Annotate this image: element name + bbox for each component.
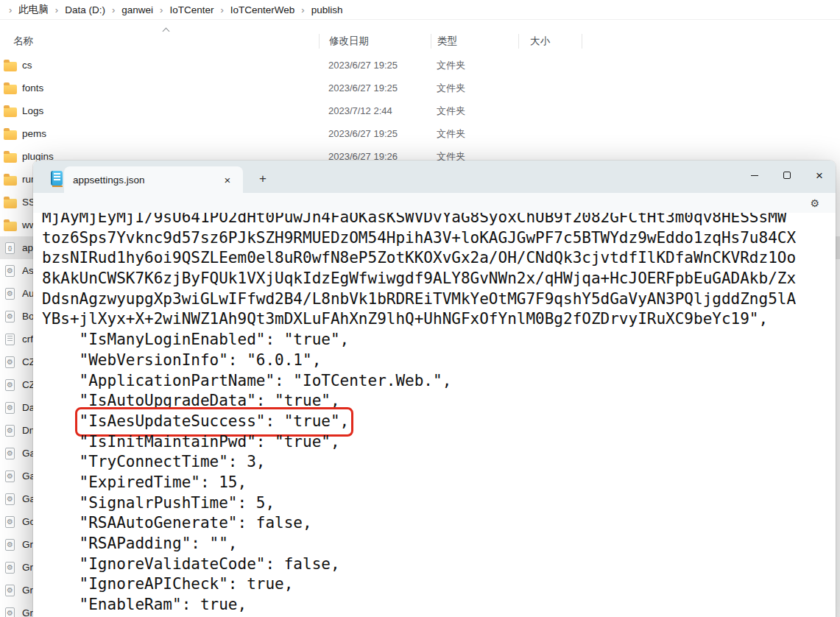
file-icon: [5, 585, 15, 596]
code-line-text: toz6Sps7Yvknc9d57sz6PJkSZH9RMUEDzOM54Hpi…: [42, 228, 796, 249]
file-type: 文件夹: [431, 59, 518, 72]
code-line: "SignalrPushTime": 5,: [42, 493, 836, 514]
menu-item[interactable]: [35, 193, 56, 213]
file-name: Logs: [22, 105, 319, 116]
file-icon: [5, 516, 15, 528]
file-row[interactable]: pems 2023/6/27 19:25 文件夹: [0, 122, 840, 145]
column-headers: 名称 修改日期 类型 大小: [0, 32, 840, 50]
code-line: 8kAkUnCWSK7K6zjByFQUk1VXjUqkIdzEgWfwiwgd…: [42, 269, 836, 289]
breadcrumb: › 此电脑 › Data (D:) › ganwei › IoTCenter ›…: [0, 0, 840, 20]
code-line: "IsManyLoginEnabled": "true",: [42, 330, 836, 350]
code-line-text: "IgnoreValidateCode": false,: [80, 554, 340, 575]
close-button[interactable]: ×: [803, 161, 836, 190]
file-date-modified: 2023/6/27 19:25: [319, 60, 431, 71]
file-row[interactable]: cs 2023/6/27 19:25 文件夹: [0, 54, 840, 77]
file-icon: [4, 222, 17, 231]
menu-item[interactable]: [58, 193, 79, 213]
code-line: "IgnoreValidateCode": false,: [42, 554, 836, 575]
file-icon: [4, 153, 17, 163]
file-icon: [4, 199, 17, 208]
code-line: toz6Sps7Yvknc9d57sz6PJkSZH9RMUEDzOM54Hpi…: [42, 228, 836, 249]
code-line-text: DdsnAgzwyupgXp3wiGLwIFfwd2B4/L8nbVk1bRDR…: [42, 289, 796, 310]
file-icon: [5, 607, 15, 617]
tab-appsettings-json[interactable]: appsettings.json ×: [64, 166, 243, 193]
close-icon: ×: [816, 169, 823, 182]
settings-gear-icon[interactable]: ⚙: [810, 193, 819, 213]
file-icon: [5, 539, 15, 551]
code-line: "IsAesUpdateSuccess": "true",: [42, 412, 836, 432]
code-line-text: MjAyMjEyMjI/9sU641PO2dHt0PuwJn4FaOKasKSW…: [42, 213, 786, 228]
code-line: "WebVersionInfo": "6.0.1",: [42, 350, 836, 371]
notepad-app-icon: [51, 171, 63, 186]
code-line: YBs+jlXyx+X+2wiNWZ1Ah9Qt3mDXLuFAhXnZ9lhQ…: [42, 309, 836, 330]
notepad-titlebar[interactable]: appsettings.json × + ×: [33, 161, 836, 193]
code-line: DdsnAgzwyupgXp3wiGLwIFfwd2B4/L8nbVk1bRDR…: [42, 289, 836, 310]
code-line: MjAyMjEyMjI/9sU641PO2dHt0PuwJn4FaOKasKSW…: [42, 213, 836, 228]
chevron-right-icon: ›: [112, 5, 115, 15]
file-icon: [5, 265, 15, 277]
file-icon: [5, 562, 15, 574]
tab-close-icon[interactable]: ×: [219, 172, 236, 188]
notepad-window: appsettings.json × + × ⚙ MjAyMjEyMjI/9sU…: [33, 161, 836, 617]
breadcrumb-item[interactable]: IoTCenterWeb: [230, 4, 295, 15]
file-icon: [4, 107, 17, 117]
code-line-text: "RSAPadding": "",: [80, 534, 238, 554]
code-line-text: "IsManyLoginEnabled": "true",: [80, 330, 350, 350]
code-line-text: "IgnoreAPICheck": true,: [80, 574, 294, 595]
code-line-text: "IsAutoUpgradeData": "true",: [80, 391, 340, 412]
code-line-text: 8kAkUnCWSK7K6zjByFQUk1VXjUqkIdzEgWfwiwgd…: [42, 269, 796, 289]
breadcrumb-item[interactable]: IoTCenter: [169, 4, 213, 15]
code-line-text: "TryConnectTime": 3,: [80, 452, 266, 473]
file-icon: [5, 402, 15, 414]
code-line: "TryConnectTime": 3,: [42, 452, 836, 473]
code-line: "RSAAutoGenerate": false,: [42, 513, 836, 534]
code-line: bzsNIRud1hy6oi9QSZLEem0el8uR0wfN8eP5ZotK…: [42, 248, 836, 269]
code-line-text: "ExpiredTime": 15,: [80, 473, 247, 493]
file-icon: [4, 176, 17, 186]
notepad-menubar: ⚙: [33, 193, 836, 213]
file-icon: [5, 425, 15, 437]
menu-item[interactable]: [81, 193, 102, 213]
code-line-text: "SignalrPushTime": 5,: [80, 493, 275, 514]
code-line: "ApplicationPartName": "IoTCenter.Web.",: [42, 371, 836, 392]
chevron-right-icon: ›: [55, 5, 58, 15]
breadcrumb-item[interactable]: 此电脑: [18, 3, 49, 16]
file-type: 文件夹: [431, 127, 518, 141]
chevron-right-icon: ›: [9, 5, 12, 15]
new-tab-button[interactable]: +: [252, 168, 274, 190]
breadcrumb-item[interactable]: publish: [311, 4, 343, 15]
column-header-name[interactable]: 名称: [0, 32, 319, 50]
file-icon: [5, 311, 15, 322]
json-document: MjAyMjEyMjI/9sU641PO2dHt0PuwJn4FaOKasKSW…: [42, 213, 836, 616]
minimize-button[interactable]: [738, 161, 771, 190]
code-line: "IgnoreAPICheck": true,: [42, 574, 836, 595]
code-line-text: "RSAAutoGenerate": false,: [80, 513, 312, 534]
file-icon: [5, 242, 15, 254]
tab-title: appsettings.json: [73, 174, 219, 186]
column-header-type[interactable]: 类型: [431, 32, 518, 50]
file-icon: [5, 470, 15, 482]
file-name: pems: [22, 128, 319, 139]
code-line-text: "IsInitMaintainPwd": "true",: [80, 432, 340, 453]
chevron-right-icon: ›: [160, 5, 163, 15]
file-row[interactable]: Logs 2023/7/12 2:44 文件夹: [0, 99, 840, 122]
chevron-right-icon: ›: [301, 5, 304, 15]
file-type: 文件夹: [431, 105, 518, 118]
chevron-right-icon: ›: [220, 5, 223, 15]
code-line-text: "IsAesUpdateSuccess": "true",: [80, 412, 350, 432]
file-date-modified: 2023/7/12 2:44: [319, 105, 431, 116]
file-icon: [5, 288, 15, 300]
code-line-text: "WebVersionInfo": "6.0.1",: [80, 350, 322, 371]
breadcrumb-item[interactable]: Data (D:): [65, 4, 105, 15]
column-divider[interactable]: [582, 34, 582, 49]
file-row[interactable]: fonts 2023/6/27 19:25 文件夹: [0, 77, 840, 99]
maximize-button[interactable]: [771, 161, 803, 190]
file-type: 文件夹: [431, 82, 518, 95]
code-line: "IsAutoUpgradeData": "true",: [42, 391, 836, 412]
code-line: "IsInitMaintainPwd": "true",: [42, 432, 836, 453]
file-icon: [5, 379, 15, 391]
notepad-text-area[interactable]: MjAyMjEyMjI/9sU641PO2dHt0PuwJn4FaOKasKSW…: [33, 213, 836, 617]
column-header-size[interactable]: 大小: [519, 32, 582, 50]
breadcrumb-item[interactable]: ganwei: [121, 4, 153, 15]
column-header-date-modified[interactable]: 修改日期: [320, 32, 431, 50]
